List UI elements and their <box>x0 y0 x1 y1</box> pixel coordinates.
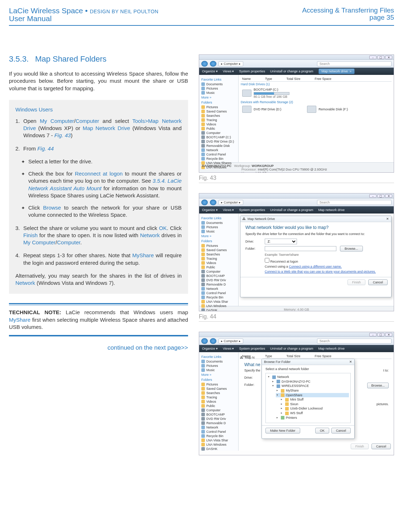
close-icon[interactable]: ✕ <box>385 194 392 198</box>
sidebar-computer[interactable]: Computer <box>201 131 237 135</box>
sidebar-bootcamp[interactable]: BOOTCAMP (C:) <box>201 135 237 139</box>
toolbar-map-network-drive[interactable]: Map network drive » <box>318 68 355 74</box>
cancel-button[interactable]: Cancel <box>331 428 351 433</box>
sidebar-dvd[interactable]: DVD RW Drive (D:) <box>201 139 237 144</box>
sidebar-documents[interactable]: Documents <box>201 82 237 86</box>
tree-openshare[interactable]: OpenShare <box>276 393 349 398</box>
search-input[interactable]: Search <box>317 61 392 66</box>
sidebar-network[interactable]: Network <box>201 148 237 152</box>
tree-wsstuff[interactable]: WS Stuff <box>280 411 349 416</box>
drive-row: Drive: Z: <box>245 239 386 244</box>
sidebar-searches[interactable]: Searches <box>201 114 237 118</box>
toolbar-views[interactable]: Views ▾ <box>223 208 234 212</box>
col-name[interactable]: Name <box>242 77 251 81</box>
toolbar-sys-props[interactable]: System properties <box>239 70 265 73</box>
breadcrumb-computer[interactable]: ▸ Computer ▸ <box>219 200 243 205</box>
sidebar-recycle[interactable]: Recycle Bin <box>201 157 237 161</box>
sidebar-public[interactable]: Public <box>201 126 237 131</box>
browse-for-folder-dialog: Browse For Folder ✕ Select a shared netw… <box>262 359 355 439</box>
tree-uzeb[interactable]: Uzeb-Didier Lockwood <box>280 406 349 411</box>
sidebar-more[interactable]: More » <box>201 234 237 238</box>
outer-cancel-button[interactable]: Cancel <box>371 444 391 449</box>
browse-button[interactable]: Browse... <box>340 246 363 251</box>
max-icon[interactable]: ▢ <box>377 333 384 336</box>
explorer-sidebar: Favorite Links Documents Pictures Music … <box>199 75 239 162</box>
sidebar-pictures[interactable]: Pictures <box>201 225 237 229</box>
link-ok: OK <box>159 225 167 231</box>
diff-user-link[interactable]: Connect using a different user name. <box>289 265 342 268</box>
drive-icon <box>242 90 251 97</box>
breadcrumb-computer[interactable]: ▸ Computer ▸ <box>219 61 243 66</box>
sidebar-documents[interactable]: Documents <box>201 221 237 225</box>
forward-button-icon[interactable] <box>210 200 216 205</box>
browse-button-bg[interactable]: Browse... <box>367 383 389 388</box>
website-link[interactable]: Connect to a Web site that you can use t… <box>265 270 386 273</box>
page-header: LaCie Wireless Space • DESIGN BY NEIL PO… <box>9 6 394 23</box>
finish-button[interactable]: Finish <box>347 279 365 285</box>
back-button-icon[interactable] <box>201 338 208 344</box>
explorer-main: Name Type Total Size Free Space Hard Dis… <box>239 75 394 162</box>
close-icon[interactable]: ✕ <box>385 333 392 336</box>
breadcrumb-computer[interactable]: ▸ Computer ▸ <box>219 339 243 344</box>
sidebar-tracing[interactable]: Tracing <box>201 118 237 122</box>
min-icon[interactable]: – <box>369 333 376 336</box>
toolbar-views[interactable]: Views ▾ <box>223 70 234 73</box>
figure-43-block: –▢✕ ▸ Computer ▸ Search Organize ▾ Views… <box>199 54 394 183</box>
reconnect-checkbox[interactable] <box>265 258 269 263</box>
toolbar-uninstall[interactable]: Uninstall or change a program <box>270 208 313 212</box>
sidebar-videos[interactable]: Videos <box>201 122 237 126</box>
cancel-button[interactable]: Cancel <box>368 279 388 285</box>
back-button-icon[interactable] <box>201 200 208 205</box>
tree-myshare[interactable]: MyShare <box>276 388 349 393</box>
sidebar-music[interactable]: Music <box>201 229 237 234</box>
col-total[interactable]: Total Size <box>287 77 301 81</box>
forward-button-icon[interactable] <box>210 61 216 67</box>
sidebar-music[interactable]: Music <box>201 91 237 95</box>
dialog-close-icon[interactable]: ✕ <box>349 360 352 364</box>
header-right: Accessing & Transferring Files page 35 <box>302 6 394 21</box>
toolbar-uninstall[interactable]: Uninstall or change a program <box>270 70 313 73</box>
make-new-folder-button[interactable]: Make New Folder <box>265 428 300 433</box>
max-icon[interactable]: ▢ <box>377 56 384 59</box>
min-icon[interactable]: – <box>369 56 376 59</box>
search-input[interactable]: Search <box>317 200 392 205</box>
max-icon[interactable]: ▢ <box>377 194 384 198</box>
tree-mini[interactable]: Mini Stuff <box>280 397 349 402</box>
sidebar-more[interactable]: More » <box>201 96 237 99</box>
sidebar-removable[interactable]: Removable Disk <box>201 144 237 148</box>
tree-printers[interactable]: Printers <box>276 416 349 420</box>
drive-select[interactable]: Z: <box>265 239 297 244</box>
toolbar-map-network-drive[interactable]: Map network drive <box>318 208 345 212</box>
tree-sixun[interactable]: Sixun <box>280 402 349 407</box>
technical-note: TECHNICAL NOTE: LaCie recommends that Wi… <box>9 305 188 335</box>
search-input[interactable]: Search <box>317 339 392 344</box>
toolbar-organize[interactable]: Organize ▾ <box>202 70 218 73</box>
sidebar-saved-games[interactable]: Saved Games <box>201 109 237 114</box>
min-icon[interactable]: – <box>369 194 376 198</box>
forward-button-icon[interactable] <box>210 338 216 344</box>
col-type[interactable]: Type <box>265 77 272 81</box>
steps-list: 1. Open My Computer/Computer and select … <box>15 118 182 152</box>
drive-bootcamp[interactable]: BOOTCAMP (C:) 80.1 GB free of 186 GB <box>241 87 392 100</box>
folder-input[interactable] <box>265 246 336 251</box>
drive-dvd[interactable]: DVD RW Drive (D:) Removable Disk (F:) <box>241 105 392 114</box>
toolbar-sys-props[interactable]: System properties <box>239 208 265 212</box>
sidebar-pictures-f[interactable]: Pictures <box>201 105 237 109</box>
explorer-main: Name Type Total Size Free Space 🖧 Map N … <box>239 352 394 451</box>
tree-network[interactable]: Network <box>267 375 349 379</box>
folder-tree: Network DASHK0NAZY2-PC WIRELESSSPACE MyS… <box>265 373 351 423</box>
ok-button[interactable]: OK <box>315 428 329 433</box>
tree-wirelessspace[interactable]: WIRELESSSPACE <box>272 384 349 388</box>
dialog-footer: Finish Cancel <box>240 277 391 287</box>
tree-pc[interactable]: DASHK0NAZY2-PC <box>272 379 349 384</box>
sidebar-pictures[interactable]: Pictures <box>201 86 237 91</box>
outer-finish-button[interactable]: Finish <box>351 444 369 449</box>
heading-number: 3.5.3. <box>9 54 29 63</box>
close-icon[interactable]: ✕ <box>385 56 392 59</box>
col-free[interactable]: Free Space <box>315 77 332 81</box>
link-network-2: Network <box>15 280 35 286</box>
dialog-close-icon[interactable]: ✕ <box>386 217 389 221</box>
sidebar-control-panel[interactable]: Control Panel <box>201 152 237 157</box>
back-button-icon[interactable] <box>201 61 208 67</box>
toolbar-organize[interactable]: Organize ▾ <box>202 208 218 212</box>
